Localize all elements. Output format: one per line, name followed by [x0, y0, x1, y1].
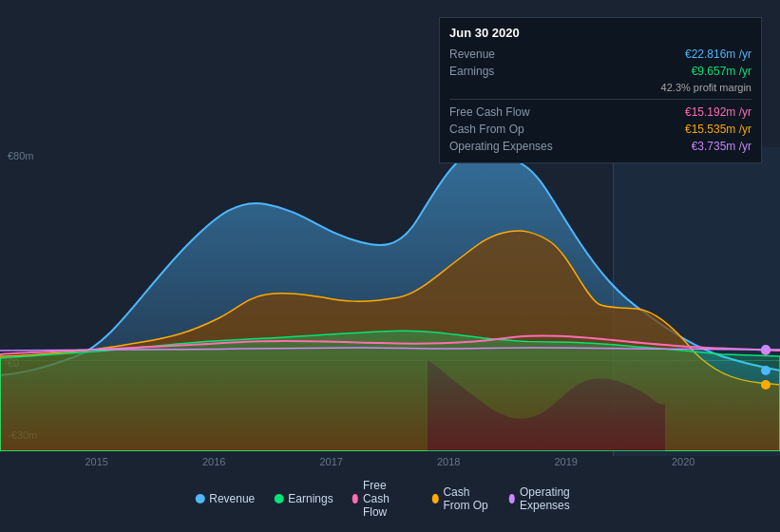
x-label-2018: 2018: [437, 456, 460, 467]
tooltip-value-revenue: €22.816m /yr: [685, 48, 751, 61]
legend-dot-revenue: [195, 494, 204, 504]
legend-item-cashop[interactable]: Cash From Op: [432, 485, 490, 512]
x-label-2017: 2017: [320, 456, 343, 467]
legend-item-opex[interactable]: Operating Expenses: [509, 485, 585, 512]
legend-dot-opex: [509, 494, 515, 504]
tooltip-row-fcf: Free Cash Flow €15.192m /yr: [449, 104, 751, 121]
tooltip-row-revenue: Revenue €22.816m /yr: [449, 46, 751, 63]
tooltip-divider: [449, 99, 751, 100]
chart-container: Jun 30 2020 Revenue €22.816m /yr Earning…: [0, 0, 780, 532]
tooltip-value-margin: 42.3% profit margin: [661, 82, 751, 93]
legend-label-revenue: Revenue: [209, 492, 255, 505]
tooltip-box: Jun 30 2020 Revenue €22.816m /yr Earning…: [439, 17, 762, 163]
tooltip-label-opex: Operating Expenses: [449, 140, 553, 153]
x-label-2019: 2019: [555, 456, 578, 467]
legend-dot-earnings: [274, 494, 283, 504]
x-label-2016: 2016: [202, 456, 225, 467]
tooltip-label-cashop: Cash From Op: [449, 123, 524, 136]
tooltip-value-opex: €3.735m /yr: [692, 140, 751, 153]
tooltip-value-cashop: €15.535m /yr: [685, 123, 751, 136]
legend-dot-cashop: [432, 494, 438, 504]
legend-label-earnings: Earnings: [288, 492, 333, 505]
legend-item-earnings[interactable]: Earnings: [274, 492, 333, 505]
tooltip-label-fcf: Free Cash Flow: [449, 105, 530, 119]
tooltip-date: Jun 30 2020: [449, 26, 751, 40]
x-axis: 2015 2016 2017 2018 2019 2020: [0, 456, 780, 467]
x-label-2020: 2020: [672, 456, 694, 467]
chart-svg: [0, 147, 780, 451]
tooltip-row-earnings: Earnings €9.657m /yr: [449, 63, 751, 80]
tooltip-label-revenue: Revenue: [449, 48, 495, 61]
x-label-2015: 2015: [86, 456, 108, 467]
tooltip-row-opex: Operating Expenses €3.735m /yr: [449, 138, 751, 155]
legend-dot-fcf: [352, 494, 358, 504]
svg-point-0: [761, 366, 770, 375]
svg-point-1: [761, 380, 770, 390]
legend-label-cashop: Cash From Op: [443, 485, 489, 512]
tooltip-label-earnings: Earnings: [449, 65, 494, 78]
legend: Revenue Earnings Free Cash Flow Cash Fro…: [195, 479, 585, 519]
tooltip-row-margin: 42.3% profit margin: [449, 80, 751, 95]
legend-label-fcf: Free Cash Flow: [363, 479, 413, 519]
tooltip-value-earnings: €9.657m /yr: [692, 65, 751, 78]
tooltip-row-cashop: Cash From Op €15.535m /yr: [449, 121, 751, 138]
legend-item-revenue[interactable]: Revenue: [195, 492, 255, 505]
legend-label-opex: Operating Expenses: [520, 485, 585, 512]
tooltip-value-fcf: €15.192m /yr: [685, 105, 751, 119]
svg-point-3: [761, 345, 770, 354]
legend-item-fcf[interactable]: Free Cash Flow: [352, 479, 413, 519]
